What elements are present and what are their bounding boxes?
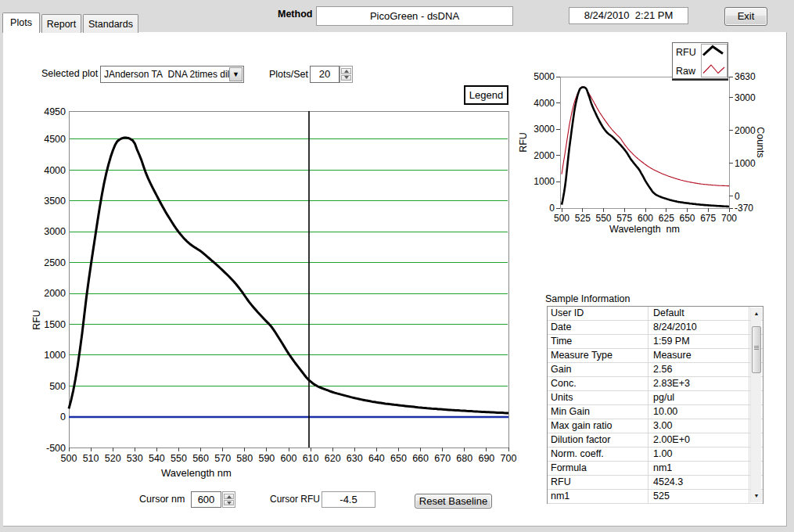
svg-text:500: 500	[49, 381, 66, 392]
svg-text:2500: 2500	[44, 257, 66, 268]
svg-text:690: 690	[478, 453, 494, 464]
svg-text:670: 670	[434, 453, 451, 464]
svg-text:675: 675	[700, 213, 716, 224]
svg-text:-500: -500	[46, 443, 66, 454]
svg-text:5000: 5000	[534, 71, 555, 82]
svg-text:1000: 1000	[735, 158, 756, 169]
svg-text:580: 580	[236, 453, 253, 464]
svg-text:Wavelength nm: Wavelength nm	[161, 467, 232, 479]
svg-text:700: 700	[721, 213, 737, 224]
svg-text:540: 540	[149, 453, 165, 464]
svg-text:510: 510	[83, 453, 99, 464]
svg-text:4500: 4500	[44, 134, 66, 145]
svg-text:560: 560	[192, 453, 209, 464]
svg-text:550: 550	[171, 453, 187, 464]
svg-text:2000: 2000	[735, 125, 756, 136]
svg-text:0: 0	[735, 191, 740, 202]
svg-text:600: 600	[281, 453, 297, 464]
svg-text:3630: 3630	[735, 71, 756, 82]
svg-text:Raw: Raw	[676, 66, 696, 77]
svg-text:590: 590	[258, 453, 275, 464]
svg-text:RFU: RFU	[518, 132, 529, 153]
svg-text:2000: 2000	[534, 150, 555, 161]
svg-text:625: 625	[659, 213, 674, 224]
svg-text:520: 520	[105, 453, 121, 464]
svg-text:-370: -370	[735, 203, 753, 214]
svg-text:3000: 3000	[735, 92, 756, 103]
svg-text:2000: 2000	[44, 288, 66, 299]
svg-text:4000: 4000	[534, 98, 555, 109]
svg-text:680: 680	[456, 453, 472, 464]
svg-text:1000: 1000	[534, 176, 555, 187]
svg-text:525: 525	[575, 213, 591, 224]
svg-text:570: 570	[214, 453, 231, 464]
svg-text:500: 500	[61, 453, 77, 464]
svg-text:3500: 3500	[44, 196, 66, 207]
svg-text:4000: 4000	[44, 165, 66, 176]
svg-text:0: 0	[549, 203, 555, 214]
svg-text:650: 650	[679, 213, 695, 224]
svg-text:660: 660	[412, 453, 429, 464]
svg-text:4950: 4950	[44, 106, 66, 117]
svg-text:1500: 1500	[44, 319, 66, 330]
svg-text:550: 550	[595, 213, 611, 224]
svg-text:575: 575	[616, 213, 632, 224]
svg-text:640: 640	[368, 453, 385, 464]
svg-text:RFU: RFU	[676, 47, 696, 58]
svg-text:500: 500	[554, 213, 569, 224]
svg-text:630: 630	[347, 453, 363, 464]
svg-text:530: 530	[127, 453, 143, 464]
svg-text:620: 620	[325, 453, 341, 464]
svg-text:RFU: RFU	[31, 310, 42, 330]
svg-text:600: 600	[638, 213, 653, 224]
svg-text:3000: 3000	[534, 124, 555, 135]
svg-text:610: 610	[303, 453, 319, 464]
svg-text:700: 700	[501, 453, 517, 464]
svg-text:0: 0	[60, 412, 66, 422]
svg-text:1000: 1000	[44, 350, 66, 361]
svg-text:Wavelength nm: Wavelength nm	[609, 224, 680, 235]
svg-text:Counts: Counts	[755, 127, 766, 158]
svg-text:3000: 3000	[44, 226, 66, 237]
svg-text:650: 650	[390, 453, 407, 464]
